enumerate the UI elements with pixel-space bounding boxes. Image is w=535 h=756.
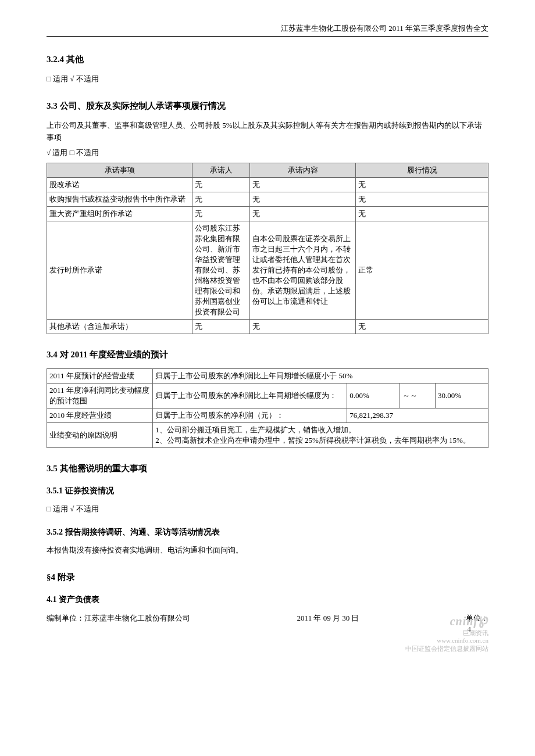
- table-row: 重大资产重组时所作承诺 无 无 无: [47, 207, 488, 221]
- cell: 无: [250, 320, 356, 334]
- heading-3-3: 3.3 公司、股东及实际控制人承诺事项履行情况: [47, 101, 488, 112]
- cell: 正常: [356, 221, 488, 320]
- watermark-url: www.cninfo.com.cn: [437, 637, 488, 644]
- cell: 无: [356, 192, 488, 207]
- note-3-5-2: 本报告期没有接待投资者实地调研、电话沟通和书面问询。: [47, 544, 488, 557]
- cell: 无: [250, 178, 356, 192]
- heading-section-4: §4 附录: [47, 572, 488, 583]
- watermark-logo-swoosh-icon: ℘: [477, 610, 490, 629]
- cell-reason: 1、公司部分搬迁项目完工，生产规模扩大，销售收入增加。 2、公司高新技术企业尚在…: [153, 423, 488, 448]
- cell: 无: [192, 207, 250, 221]
- forecast-table: 2011 年度预计的经营业绩 归属于上市公司股东的净利润比上年同期增长幅度小于 …: [47, 368, 488, 448]
- cell: 无: [250, 207, 356, 221]
- heading-3-2-4: 3.2.4 其他: [47, 54, 488, 65]
- table-row: 收购报告书或权益变动报告书中所作承诺 无 无 无: [47, 192, 488, 207]
- cell-label: 2010 年度经营业绩: [47, 409, 153, 423]
- cell: 无: [356, 178, 488, 192]
- heading-3-5-2: 3.5.2 报告期接待调研、沟通、采访等活动情况表: [47, 527, 488, 538]
- table-row: 业绩变动的原因说明 1、公司部分搬迁项目完工，生产规模扩大，销售收入增加。 2、…: [47, 423, 488, 448]
- cell: 无: [250, 192, 356, 207]
- col-commitment-content: 承诺内容: [250, 163, 356, 178]
- cell: 其他承诺（含追加承诺）: [47, 320, 192, 334]
- watermark-subtitle: 巨潮资讯: [463, 629, 488, 636]
- cell: 无: [356, 207, 488, 221]
- cell-value: 归属于上市公司股东的净利润比上年同期增长幅度为：: [153, 384, 347, 409]
- col-commitment-status: 履行情况: [356, 163, 488, 178]
- cell-amount: 76,821,298.37: [347, 409, 488, 423]
- watermark: cninf℘ 巨潮资讯 www.cninfo.com.cn 中国证监会指定信息披…: [405, 611, 488, 653]
- cell: 无: [192, 320, 250, 334]
- col-commitment-item: 承诺事项: [47, 163, 192, 178]
- cell-value: 归属于上市公司股东的净利润（元）：: [153, 409, 347, 423]
- cell: 公司股东江苏苏化集团有限公司、新沂市华益投资管理有限公司、苏州格林投资管理有限公…: [192, 221, 250, 320]
- cell-value: 归属于上市公司股东的净利润比上年同期增长幅度小于 50%: [153, 369, 488, 384]
- cell: 无: [356, 320, 488, 334]
- watermark-logo-text: cninf: [450, 615, 478, 628]
- intro-3-3: 上市公司及其董事、监事和高级管理人员、公司持股 5%以上股东及其实际控制人等有关…: [47, 120, 488, 144]
- cell: 股改承诺: [47, 178, 192, 192]
- applicable-note-3-3: √ 适用 □ 不适用: [47, 147, 488, 159]
- table-row: 2011 年度预计的经营业绩 归属于上市公司股东的净利润比上年同期增长幅度小于 …: [47, 369, 488, 384]
- commitments-table: 承诺事项 承诺人 承诺内容 履行情况 股改承诺 无 无 无 收购报告书或权益变动…: [47, 163, 488, 334]
- cell-min: 0.00%: [347, 384, 400, 409]
- table-row: 其他承诺（含追加承诺） 无 无 无: [47, 320, 488, 334]
- cell: 无: [192, 192, 250, 207]
- watermark-desc: 中国证监会指定信息披露网站: [405, 645, 488, 652]
- page-header: 江苏蓝丰生物化工股份有限公司 2011 年第三季度季度报告全文: [47, 23, 488, 37]
- cell-label: 2011 年度净利润同比变动幅度的预计范围: [47, 384, 153, 409]
- applicable-note-3-5-1: □ 适用 √ 不适用: [47, 503, 488, 515]
- cell: 无: [192, 178, 250, 192]
- table-row: 发行时所作承诺 公司股东江苏苏化集团有限公司、新沂市华益投资管理有限公司、苏州格…: [47, 221, 488, 320]
- cell: 发行时所作承诺: [47, 221, 192, 320]
- table-row: 2010 年度经营业绩 归属于上市公司股东的净利润（元）： 76,821,298…: [47, 409, 488, 423]
- heading-3-4: 3.4 对 2011 年度经营业绩的预计: [47, 349, 488, 360]
- cell: 自本公司股票在证券交易所上市之日起三十六个月内，不转让或者委托他人管理其在首次发…: [250, 221, 356, 320]
- applicable-note-3-2-4: □ 适用 √ 不适用: [47, 73, 488, 85]
- cell: 重大资产重组时所作承诺: [47, 207, 192, 221]
- heading-4-1: 4.1 资产负债表: [47, 594, 488, 605]
- table-header-row: 承诺事项 承诺人 承诺内容 履行情况: [47, 163, 488, 178]
- cell-sep: ～～: [400, 384, 436, 409]
- col-commitment-person: 承诺人: [192, 163, 250, 178]
- table-row: 2011 年度净利润同比变动幅度的预计范围 归属于上市公司股东的净利润比上年同期…: [47, 384, 488, 409]
- cell: 收购报告书或权益变动报告书中所作承诺: [47, 192, 192, 207]
- table-row: 股改承诺 无 无 无: [47, 178, 488, 192]
- cell-max: 30.00%: [435, 384, 488, 409]
- compiler-label: 编制单位：江苏蓝丰生物化工股份有限公司: [47, 613, 190, 624]
- heading-3-5: 3.5 其他需说明的重大事项: [47, 463, 488, 474]
- report-date: 2011 年 09 月 30 日: [297, 613, 359, 624]
- cell-label: 业绩变动的原因说明: [47, 423, 153, 448]
- cell-label: 2011 年度预计的经营业绩: [47, 369, 153, 384]
- heading-3-5-1: 3.5.1 证券投资情况: [47, 486, 488, 496]
